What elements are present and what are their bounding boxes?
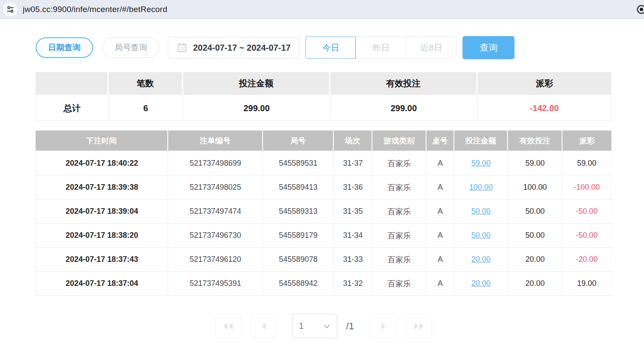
date-range-value: 2024-07-17 ~ 2024-07-17 <box>193 43 290 53</box>
first-page-button[interactable] <box>215 314 242 338</box>
cell-game-type: 百家乐 <box>372 248 426 272</box>
cell-bet-time: 2024-07-17 18:39:04 <box>36 200 168 224</box>
cell-valid-bet: 100.00 <box>508 176 562 200</box>
tab-round-query[interactable]: 局号查询 <box>103 37 159 58</box>
summary-header-blank <box>36 72 109 96</box>
bet-amount-link[interactable]: 50.00 <box>471 231 490 240</box>
header-table-no: 桌号 <box>426 130 454 152</box>
cell-game-type: 百家乐 <box>372 176 426 200</box>
filter-toolbar: 日期查询 局号查询 2024-07-17 ~ 2024-07-17 今日 昨日 … <box>36 36 611 59</box>
cell-bet-id: 521737496120 <box>168 248 263 272</box>
site-settings-button[interactable] <box>3 3 17 16</box>
bet-record-table: 下注时间 注单编号 局号 场次 游戏类别 桌号 投注金额 有效投注 派彩 202… <box>36 130 611 296</box>
header-payout: 派彩 <box>562 130 611 152</box>
cell-valid-bet: 20.00 <box>508 248 562 272</box>
cell-payout: -50.00 <box>562 200 611 224</box>
table-row: 2024-07-17 18:39:38 521737498025 5455894… <box>36 176 611 200</box>
summary-bet-amount: 299.00 <box>183 96 330 121</box>
bet-amount-link[interactable]: 100.00 <box>469 183 493 191</box>
next-page-button[interactable] <box>370 314 396 338</box>
summary-header-payout: 派彩 <box>478 72 611 96</box>
quick-range-last8days[interactable]: 近8日 <box>406 37 456 58</box>
record-icon <box>636 4 644 15</box>
browser-address-bar: jw05.cc:9900/infe/mcenter/#/betRecord <box>0 0 644 19</box>
quick-range-group: 今日 昨日 近8日 <box>305 36 457 59</box>
summary-header-bet-amount: 投注金额 <box>183 72 330 96</box>
summary-count: 6 <box>109 96 183 121</box>
cell-payout: -20.00 <box>562 248 611 272</box>
cell-valid-bet: 20.00 <box>508 272 562 296</box>
pagination: 1 /1 <box>36 314 611 338</box>
cell-valid-bet: 50.00 <box>508 200 562 224</box>
cell-payout: 19.00 <box>562 272 611 296</box>
cell-bet-id: 521737497474 <box>168 200 263 224</box>
bet-amount-link[interactable]: 20.00 <box>471 279 490 288</box>
header-valid-bet: 有效投注 <box>508 130 562 152</box>
cell-bet-id: 521737495391 <box>168 272 263 296</box>
quick-range-today[interactable]: 今日 <box>305 36 356 59</box>
page-select-value: 1 <box>299 321 304 331</box>
cell-round-id: 545589179 <box>263 224 334 248</box>
table-row: 2024-07-17 18:37:43 521737496120 5455890… <box>36 248 611 272</box>
cell-table-no: A <box>426 152 454 176</box>
cell-bet-id: 521737498025 <box>168 176 263 200</box>
cell-payout: -50.00 <box>562 224 611 248</box>
cell-bet-id: 521737496730 <box>168 224 263 248</box>
page-select[interactable]: 1 <box>292 314 337 338</box>
table-row: 2024-07-17 18:38:20 521737496730 5455891… <box>36 224 611 248</box>
cell-session: 31-35 <box>334 200 372 224</box>
cell-game-type: 百家乐 <box>372 152 426 176</box>
url-text[interactable]: jw05.cc:9900/infe/mcenter/#/betRecord <box>23 5 167 14</box>
header-bet-amount: 投注金额 <box>454 130 508 152</box>
double-chevron-left-icon <box>222 321 235 331</box>
summary-valid-bet: 299.00 <box>330 96 478 121</box>
table-header-row: 下注时间 注单编号 局号 场次 游戏类别 桌号 投注金额 有效投注 派彩 <box>36 130 611 152</box>
cell-bet-time: 2024-07-17 18:39:38 <box>36 176 168 200</box>
cell-payout: 59.00 <box>562 152 611 176</box>
cell-bet-time: 2024-07-17 18:37:04 <box>36 272 168 296</box>
cell-round-id: 545588942 <box>263 272 334 296</box>
summary-total-label: 总计 <box>36 96 109 121</box>
cell-table-no: A <box>426 248 454 272</box>
cell-valid-bet: 50.00 <box>508 224 562 248</box>
record-button[interactable] <box>636 4 644 15</box>
summary-header-row: 笔数 投注金额 有效投注 派彩 <box>36 72 611 96</box>
summary-total-row: 总计 6 299.00 299.00 -142.00 <box>36 96 611 121</box>
calendar-icon <box>177 42 187 53</box>
chevron-right-icon <box>378 321 388 331</box>
summary-table: 笔数 投注金额 有效投注 派彩 总计 6 299.00 299.00 -142.… <box>36 72 611 121</box>
bet-amount-link[interactable]: 50.00 <box>471 207 490 215</box>
search-button[interactable]: 查询 <box>463 36 514 59</box>
cell-bet-time: 2024-07-17 18:40:22 <box>36 152 168 176</box>
tab-date-query[interactable]: 日期查询 <box>36 37 93 58</box>
cell-round-id: 545589313 <box>263 200 334 224</box>
header-round-id: 局号 <box>263 130 334 152</box>
cell-round-id: 545589078 <box>263 248 334 272</box>
chevron-down-icon <box>324 324 330 329</box>
summary-header-count: 笔数 <box>109 72 183 96</box>
last-page-button[interactable] <box>405 314 432 338</box>
cell-table-no: A <box>426 224 454 248</box>
page-total-label: /1 <box>346 321 354 332</box>
cell-session: 31-36 <box>334 176 372 200</box>
cell-bet-time: 2024-07-17 18:37:43 <box>36 248 168 272</box>
cell-valid-bet: 59.00 <box>508 152 562 176</box>
header-game-type: 游戏类别 <box>372 130 426 152</box>
bet-amount-link[interactable]: 59.00 <box>471 159 490 167</box>
bet-amount-link[interactable]: 20.00 <box>471 255 490 264</box>
table-row: 2024-07-17 18:37:04 521737495391 5455889… <box>36 272 611 296</box>
header-session: 场次 <box>334 130 372 152</box>
double-chevron-right-icon <box>412 321 425 331</box>
summary-header-valid-bet: 有效投注 <box>330 72 478 96</box>
table-row: 2024-07-17 18:39:04 521737497474 5455893… <box>36 200 611 224</box>
cell-session: 31-34 <box>334 224 372 248</box>
cell-table-no: A <box>426 272 454 296</box>
cell-game-type: 百家乐 <box>372 224 426 248</box>
quick-range-yesterday[interactable]: 昨日 <box>356 37 406 58</box>
cell-payout: -100.00 <box>562 176 611 200</box>
cell-table-no: A <box>426 200 454 224</box>
cell-table-no: A <box>426 176 454 200</box>
tune-icon <box>6 5 15 14</box>
date-range-picker[interactable]: 2024-07-17 ~ 2024-07-17 <box>168 37 299 58</box>
prev-page-button[interactable] <box>251 314 277 338</box>
